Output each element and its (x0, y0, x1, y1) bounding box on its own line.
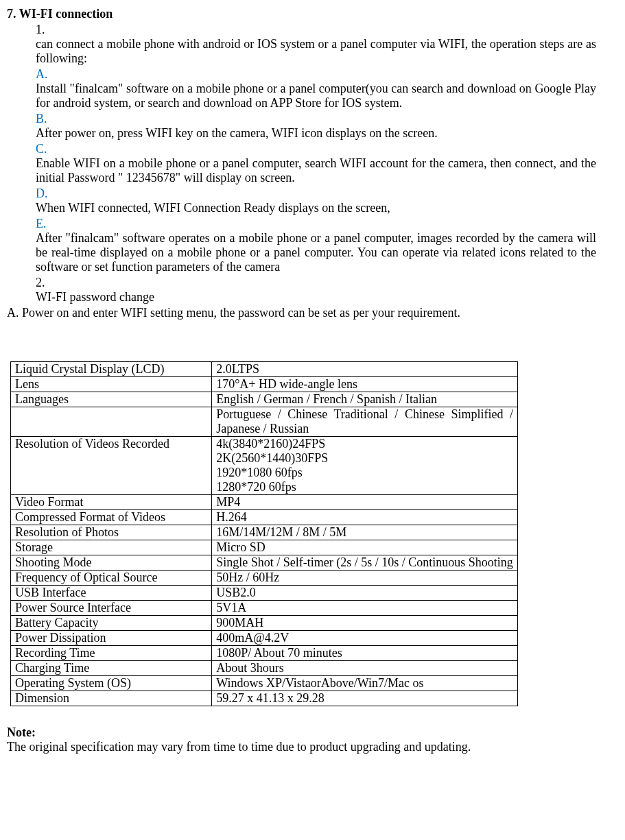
spec-label: Recording Time (11, 646, 212, 661)
spec-label: Battery Capacity (11, 616, 212, 631)
spec-label: Frequency of Optical Source (11, 571, 212, 586)
spec-value: 5V1A (212, 601, 518, 616)
spec-label: Resolution of Photos (11, 525, 212, 540)
list-marker-2: 2. (36, 276, 55, 290)
table-row: Power Source Interface5V1A (11, 601, 518, 616)
spec-label: Resolution of Videos Recorded (11, 437, 212, 495)
spec-value: 50Hz / 60Hz (212, 571, 518, 586)
spec-label: Languages (11, 392, 212, 407)
table-row: Dimension59.27 x 41.13 x 29.28 (11, 691, 518, 706)
spec-value: English / German / French / Spanish / It… (212, 392, 518, 407)
spec-value: 4k(3840*2160)24FPS 2K(2560*1440)30FPS 19… (212, 437, 518, 495)
list-item-a: A. Install "finalcam" software on a mobi… (36, 67, 618, 110)
spec-value: H.264 (212, 510, 518, 525)
list-marker-c: C. (36, 142, 55, 156)
table-row: Frequency of Optical Source50Hz / 60Hz (11, 571, 518, 586)
list-marker-e: E. (36, 217, 55, 231)
spec-value: 59.27 x 41.13 x 29.28 (212, 691, 518, 706)
list-item-c-text: Enable WIFI on a mobile phone or a panel… (36, 156, 596, 185)
list-marker-d: D. (36, 187, 55, 201)
note-text: The original specification may vary from… (7, 740, 618, 754)
table-row: Operating System (OS)Windows XP/VistaorA… (11, 676, 518, 691)
table-row: StorageMicro SD (11, 540, 518, 555)
list-item-b-text: After power on, press WIFI key on the ca… (36, 126, 596, 141)
table-row: USB InterfaceUSB2.0 (11, 586, 518, 601)
spec-value: Micro SD (212, 540, 518, 555)
table-row: Compressed Format of VideosH.264 (11, 510, 518, 525)
list-marker-a: A. (36, 67, 55, 82)
list-item-e: E. After "finalcam" software operates on… (36, 217, 618, 274)
spec-label: Power Source Interface (11, 601, 212, 616)
list-item-c: C. Enable WIFI on a mobile phone or a pa… (36, 142, 618, 185)
spec-value: 1080P/ About 70 minutes (212, 646, 518, 661)
table-row: Resolution of Videos Recorded4k(3840*216… (11, 437, 518, 495)
spec-value: 400mA@4.2V (212, 631, 518, 646)
table-row: Recording Time1080P/ About 70 minutes (11, 646, 518, 661)
table-row: Charging TimeAbout 3hours (11, 661, 518, 676)
specification-table: Liquid Crystal Display (LCD)2.0LTPS Lens… (10, 361, 518, 706)
table-row: Liquid Crystal Display (LCD)2.0LTPS (11, 362, 518, 377)
spec-label: Lens (11, 377, 212, 392)
table-row: Shooting ModeSingle Shot / Self-timer (2… (11, 555, 518, 571)
spec-value: About 3hours (212, 661, 518, 676)
list-item-e-text: After "finalcam" software operates on a … (36, 231, 596, 274)
spec-value: 2.0LTPS (212, 362, 518, 377)
table-row: Resolution of Photos16M/14M/12M / 8M / 5… (11, 525, 518, 540)
spec-label: Operating System (OS) (11, 676, 212, 691)
list-item-2: 2. WI-FI password change (36, 276, 618, 304)
list-item-a-text: Install "finalcam" software on a mobile … (36, 82, 596, 110)
list-item-1: 1. can connect a mobile phone with andro… (36, 23, 618, 66)
spec-value: MP4 (212, 495, 518, 510)
spec-value: Windows XP/VistaorAbove/Win7/Mac os (212, 676, 518, 691)
list-marker-1: 1. (36, 23, 55, 37)
spec-value: Single Shot / Self-timer (2s / 5s / 10s … (212, 555, 518, 571)
spec-label: Dimension (11, 691, 212, 706)
list-item-d: D. When WIFI connected, WIFI Connection … (36, 187, 618, 215)
table-row: Battery Capacity900MAH (11, 616, 518, 631)
spec-label: USB Interface (11, 586, 212, 601)
list-marker-b: B. (36, 112, 55, 126)
spec-label (11, 407, 212, 437)
paragraph-a: A. Power on and enter WIFI setting menu,… (7, 306, 618, 320)
list-item-2-text: WI-FI password change (36, 290, 596, 304)
spec-label: Shooting Mode (11, 555, 212, 571)
list-item-b: B. After power on, press WIFI key on the… (36, 112, 618, 141)
table-row: Portuguese / Chinese Traditional / Chine… (11, 407, 518, 437)
spec-value: USB2.0 (212, 586, 518, 601)
table-row: Power Dissipation400mA@4.2V (11, 631, 518, 646)
list-item-1-text: can connect a mobile phone with android … (36, 37, 596, 66)
spec-label: Power Dissipation (11, 631, 212, 646)
table-row: LanguagesEnglish / German / French / Spa… (11, 392, 518, 407)
spec-label: Storage (11, 540, 212, 555)
table-row: Video FormatMP4 (11, 495, 518, 510)
note-section: Note: The original specification may var… (7, 725, 618, 754)
spec-value: 170°A+ HD wide-angle lens (212, 377, 518, 392)
spec-label: Video Format (11, 495, 212, 510)
section-heading: 7. WI-FI connection (7, 7, 618, 21)
spec-label: Charging Time (11, 661, 212, 676)
instruction-list: 1. can connect a mobile phone with andro… (7, 23, 618, 304)
spec-value: 900MAH (212, 616, 518, 631)
spec-value: Portuguese / Chinese Traditional / Chine… (212, 407, 518, 437)
note-title: Note: (7, 725, 36, 739)
list-item-d-text: When WIFI connected, WIFI Connection Rea… (36, 201, 596, 215)
spec-value: 16M/14M/12M / 8M / 5M (212, 525, 518, 540)
spec-label: Liquid Crystal Display (LCD) (11, 362, 212, 377)
table-row: Lens170°A+ HD wide-angle lens (11, 377, 518, 392)
spec-label: Compressed Format of Videos (11, 510, 212, 525)
